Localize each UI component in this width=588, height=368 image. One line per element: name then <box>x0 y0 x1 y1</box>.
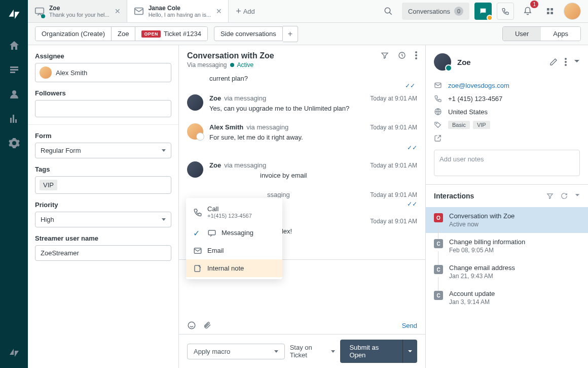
close-icon[interactable]: ✕ <box>216 7 222 15</box>
chat-icon <box>207 228 216 238</box>
user-badge: VIP <box>473 121 490 129</box>
streamer-input[interactable] <box>35 245 171 261</box>
emoji-icon[interactable] <box>187 321 196 330</box>
conversations-button[interactable]: Conversations 0 <box>402 3 469 20</box>
message-author: Zoe <box>209 94 221 102</box>
svg-rect-11 <box>208 230 215 235</box>
more-icon[interactable] <box>565 58 567 66</box>
external-link-icon[interactable] <box>434 134 442 142</box>
breadcrumb-org[interactable]: Organization (Create) <box>35 27 112 41</box>
interaction-sub: Feb 08, 9:05 AM <box>449 247 525 254</box>
avatar <box>187 94 203 111</box>
phone-icon[interactable] <box>497 3 514 20</box>
status-badge: C <box>434 291 443 300</box>
assignee-label: Assignee <box>35 52 171 60</box>
user-avatar[interactable] <box>564 3 581 20</box>
svg-point-15 <box>188 322 195 329</box>
svg-point-8 <box>415 51 417 53</box>
interaction-item[interactable]: C Change email addressJan 21, 9:43 AM <box>426 259 588 285</box>
side-conversations-button[interactable]: Side conversations <box>214 26 283 41</box>
message-fragment: current plan? <box>187 75 417 82</box>
conversation-panel: Conversation with Zoe Via messaging Acti… <box>179 45 426 368</box>
chevron-down-icon[interactable] <box>574 58 580 66</box>
edit-icon[interactable] <box>549 58 558 66</box>
zendesk-logo-icon <box>7 7 21 21</box>
message-via: ssaging <box>267 191 290 198</box>
composer-input[interactable] <box>179 276 425 317</box>
apply-macro-select[interactable]: Apply macro <box>187 344 285 359</box>
ticket-number: Ticket #1234 <box>164 30 201 38</box>
interaction-sub: Jan 21, 9:43 AM <box>449 273 515 280</box>
channel-email[interactable]: Email <box>186 242 282 259</box>
filter-icon[interactable] <box>381 51 389 59</box>
message-text: elp Alex! <box>267 227 417 236</box>
customers-icon[interactable] <box>8 88 20 101</box>
views-icon[interactable] <box>8 64 20 76</box>
breadcrumb-user[interactable]: Zoe <box>112 27 135 41</box>
interaction-item[interactable]: C Account updateJan 3, 9:14 AM <box>426 285 588 311</box>
channel-call[interactable]: Call +1(415) 123-4567 <box>186 200 282 224</box>
conversation-title: Conversation with Zoe <box>187 51 274 60</box>
refresh-icon[interactable] <box>561 192 568 199</box>
tab-ticket-janae[interactable]: Janae Cole Hello, I am having an is... ✕ <box>127 0 229 22</box>
tags-label: Tags <box>35 165 171 173</box>
home-icon[interactable] <box>8 40 20 52</box>
interaction-item[interactable]: O Conversation with ZoeActive now <box>426 207 588 233</box>
chat-button[interactable] <box>474 3 492 20</box>
assignee-field[interactable]: Alex Smith <box>35 63 171 82</box>
followers-field[interactable] <box>35 100 171 117</box>
svg-rect-5 <box>547 12 549 14</box>
user-name: Zoe <box>457 58 471 66</box>
svg-point-2 <box>385 8 390 13</box>
apps-grid-icon[interactable] <box>541 3 559 20</box>
interaction-sub: Active now <box>449 221 514 228</box>
add-tab-button[interactable]: +Add <box>229 0 262 22</box>
events-icon[interactable] <box>398 51 406 59</box>
breadcrumb-ticket[interactable]: OPEN Ticket #1234 <box>135 27 207 41</box>
stay-on-ticket-select[interactable]: Stay on Ticket <box>290 344 336 359</box>
tags-field[interactable]: VIP <box>35 176 171 194</box>
close-icon[interactable]: ✕ <box>115 7 121 15</box>
notifications-button[interactable]: 1 <box>519 3 536 20</box>
search-icon[interactable] <box>380 3 397 20</box>
filter-icon[interactable] <box>546 192 554 199</box>
svg-point-10 <box>415 57 417 59</box>
channel-messaging[interactable]: ✓ Messaging <box>186 224 282 242</box>
submit-dropdown[interactable] <box>402 340 417 363</box>
priority-label: Priority <box>35 201 171 209</box>
message-via: via messaging <box>224 161 266 169</box>
tab-user[interactable]: User <box>503 27 541 41</box>
zendesk-footer-icon[interactable] <box>8 347 20 359</box>
tag-chip: VIP <box>40 180 57 190</box>
user-email[interactable]: zoe@lovesdogs.com <box>448 82 509 89</box>
user-country: United States <box>448 108 488 116</box>
context-segment: User Apps <box>502 26 581 41</box>
tab-ticket-zoe[interactable]: Zoe Thank you for your hel... ✕ <box>28 0 127 22</box>
avatar <box>187 161 203 178</box>
reporting-icon[interactable] <box>8 113 20 125</box>
attachment-icon[interactable] <box>203 321 211 330</box>
message-via: via messaging <box>224 94 266 102</box>
interaction-item[interactable]: C Change billing informationFeb 08, 9:05… <box>426 233 588 259</box>
more-icon[interactable] <box>415 51 417 59</box>
form-select[interactable]: Regular Form <box>35 143 171 158</box>
chevron-down-icon[interactable] <box>575 192 580 199</box>
submit-button[interactable]: Submit as Open <box>340 340 402 363</box>
interaction-title: Change email address <box>449 264 515 272</box>
admin-icon[interactable] <box>8 137 20 149</box>
phone-icon <box>193 208 202 217</box>
send-button[interactable]: Send <box>402 322 417 329</box>
interactions-title: Interactions <box>434 192 474 200</box>
channel-sub: +1(415) 123-4567 <box>207 213 252 219</box>
tab-apps[interactable]: Apps <box>541 27 580 41</box>
message-time: Today at 9:01 AM <box>370 218 417 225</box>
add-side-conversation-button[interactable]: + <box>283 26 298 42</box>
channel-internal-note[interactable]: Internal note <box>186 259 282 277</box>
avatar <box>187 123 203 140</box>
priority-select[interactable]: High <box>35 212 171 227</box>
user-notes-input[interactable]: Add user notes <box>434 150 580 176</box>
message-item: Zoe via messaging Today at 9:01 AM Yes, … <box>187 89 417 118</box>
read-receipt-icon: ✓✓ <box>187 82 417 89</box>
status-dot <box>41 14 45 18</box>
message-author: Alex Smith <box>209 123 243 131</box>
